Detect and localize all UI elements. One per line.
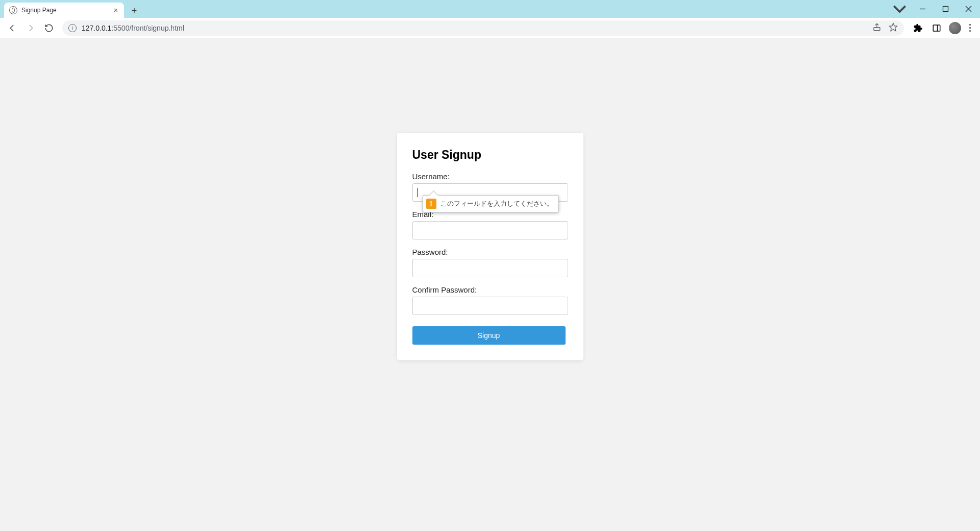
url-host: 127.0.0.1 [82,24,111,32]
password-input[interactable] [412,259,568,277]
email-input[interactable] [412,221,568,239]
text-cursor [418,188,418,197]
username-label: Username: [412,172,568,181]
new-tab-button[interactable]: + [127,4,141,18]
reload-button[interactable] [41,20,57,36]
minimize-button[interactable] [911,0,934,18]
chevron-down-icon[interactable] [888,0,911,18]
share-icon[interactable] [872,22,881,34]
warning-icon: ! [426,199,436,209]
svg-rect-6 [933,25,940,31]
svg-marker-5 [890,23,897,31]
globe-icon [9,6,17,14]
password-group: Password: [412,248,568,277]
email-group: Email: [412,210,568,239]
maximize-button[interactable] [934,0,957,18]
url-text: 127.0.0.1:5500/front/signup.html [82,24,184,32]
profile-avatar[interactable] [949,22,961,34]
form-heading: User Signup [412,148,568,162]
password-label: Password: [412,248,568,256]
browser-toolbar: i 127.0.0.1:5500/front/signup.html [0,18,980,38]
browser-tab[interactable]: Signup Page × [4,3,124,18]
menu-icon[interactable] [967,24,973,32]
tab-strip: Signup Page × + [0,0,980,18]
extensions-icon[interactable] [912,22,924,34]
panel-icon[interactable] [930,22,943,34]
back-button[interactable] [4,20,20,36]
confirm-password-input[interactable] [412,297,568,315]
address-bar-actions [872,22,898,34]
toolbar-right [909,22,976,34]
forward-button[interactable] [22,20,39,36]
page-content: User Signup Username: ! このフィールドを入力してください… [0,38,980,531]
tab-title: Signup Page [21,7,109,14]
confirm-password-label: Confirm Password: [412,285,568,294]
validation-message: このフィールドを入力してください。 [440,200,553,208]
url-path: :5500/front/signup.html [111,24,184,32]
svg-rect-1 [943,7,948,12]
close-tab-icon[interactable]: × [113,6,119,14]
browser-chrome: Signup Page × + [0,0,980,38]
signup-button[interactable]: Signup [412,326,566,345]
validation-tooltip: ! このフィールドを入力してください。 [423,195,559,212]
confirm-password-group: Confirm Password: [412,285,568,315]
info-icon[interactable]: i [68,24,77,32]
window-controls [888,0,980,18]
address-bar[interactable]: i 127.0.0.1:5500/front/signup.html [62,20,904,36]
star-icon[interactable] [889,22,898,34]
close-window-button[interactable] [957,0,980,18]
signup-card: User Signup Username: ! このフィールドを入力してください… [397,133,583,360]
